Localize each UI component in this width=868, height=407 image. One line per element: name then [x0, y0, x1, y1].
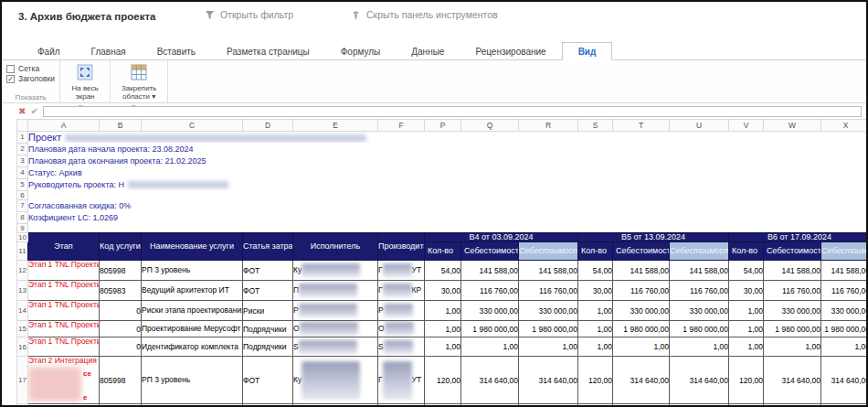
cell-value-12-1[interactable]: 54,00 [425, 261, 461, 281]
cell-value-15-5[interactable]: 1 980 000,00 [613, 321, 670, 337]
cell-code-18[interactable] [100, 404, 142, 405]
table-header-Этап[interactable]: Этап [28, 232, 100, 261]
tab-Формулы[interactable]: Формулы [325, 43, 397, 59]
cell-value-17-9[interactable]: 314 640,00 [821, 357, 867, 404]
cell-value-13-5[interactable]: 116 760,00 [613, 281, 670, 301]
row-header-15[interactable]: 15 [17, 321, 28, 337]
grid-checkbox[interactable] [6, 65, 15, 73]
tab-Главная[interactable]: Главная [76, 43, 142, 59]
column-header-Q[interactable]: Q [461, 120, 519, 132]
cell-cost-item-14[interactable]: Риски [243, 301, 293, 321]
cell-value-13-2[interactable]: 116 760,00 [461, 281, 519, 301]
cell-value-17-7[interactable]: 120,00 [729, 357, 764, 404]
row-header-16[interactable]: 16 [17, 337, 28, 357]
cell-cost-item-18[interactable] [243, 404, 293, 405]
cell-producer-18[interactable] [378, 404, 425, 405]
cell-value-12-5[interactable]: 141 588,00 [613, 261, 670, 281]
row-header-17[interactable]: 17 [17, 357, 28, 404]
row-header-11[interactable]: 11 [17, 242, 28, 261]
cell-info-8[interactable]: Коэфициент LC: 1,0269 [28, 211, 867, 223]
cell-value-14-1[interactable]: 1,00 [425, 301, 461, 321]
sub-header-2-1[interactable]: Кол-во [578, 242, 613, 261]
row-header-13[interactable]: 13 [17, 281, 28, 301]
cell-info-7[interactable]: Согласованная скидка: 0% [28, 199, 867, 211]
cell-service-17[interactable]: РП 3 уровень [142, 357, 243, 404]
cell-service-13[interactable]: Ведущий архитектор ИТ [142, 281, 243, 301]
cell-value-16-4[interactable]: 1,00 [578, 337, 613, 357]
sub-header-3-2[interactable]: Себестоимость, руб. [764, 242, 821, 261]
cell-executor-18[interactable] [293, 404, 378, 405]
row-header-14[interactable]: 14 [17, 301, 28, 321]
cell-value-18-7[interactable] [729, 404, 764, 405]
cell-stage-12[interactable]: Этап 1 TNL Проектирование [28, 261, 100, 281]
cell-cost-item-12[interactable]: ФОТ [243, 261, 293, 281]
sub-header-2-3[interactable]: Себестоимость со скидкой, руб. [670, 242, 729, 261]
cell-service-15[interactable]: Проектирование Мерусофт [142, 321, 243, 337]
cell-value-14-5[interactable]: 330 000,00 [613, 301, 670, 321]
column-header-X[interactable]: X [821, 120, 867, 132]
version-group-header-1[interactable]: В4 от 03.09.2024 [425, 232, 578, 242]
cell-value-15-3[interactable]: 1 980 000,00 [519, 321, 578, 337]
headers-checkbox[interactable]: ✓ [6, 75, 15, 83]
cell-value-16-6[interactable]: 1,00 [670, 337, 729, 357]
column-header-B[interactable]: B [100, 120, 142, 132]
cell-value-12-8[interactable]: 141 588,00 [764, 261, 821, 281]
version-group-header-2[interactable]: В5 от 13.09.2024 [578, 232, 729, 242]
cell-value-14-3[interactable]: 330 000,00 [519, 301, 578, 321]
tab-Рецензирование[interactable]: Рецензирование [460, 43, 561, 59]
sub-header-3-1[interactable]: Кол-во [729, 242, 764, 261]
cell-value-14-8[interactable]: 330 000,00 [764, 301, 821, 321]
cell-value-13-1[interactable]: 30,00 [425, 281, 461, 301]
cell-value-16-1[interactable]: 1,00 [425, 337, 461, 357]
cell-value-15-4[interactable]: 1,00 [578, 321, 613, 337]
row-header-4[interactable]: 4 [17, 166, 28, 178]
cell-value-17-5[interactable]: 314 640,00 [613, 357, 670, 404]
cell-executor-17[interactable]: Ку [293, 357, 378, 404]
cell-cost-item-13[interactable]: ФОТ [243, 281, 293, 301]
cell-value-12-9[interactable]: 141 588,00 [821, 261, 867, 281]
tab-Вид[interactable]: Вид [562, 42, 613, 60]
row-header-12[interactable]: 12 [17, 261, 28, 281]
row-header-6[interactable]: 6 [17, 190, 28, 199]
cell-value-17-6[interactable]: 314 640,00 [670, 357, 729, 404]
cell-value-18-1[interactable] [425, 404, 461, 405]
table-header-Наименование услуги[interactable]: Наименование услуги [142, 232, 243, 261]
cell-stage-16[interactable]: Этап 1 TNL Проектирование [28, 337, 100, 357]
sub-header-3-3[interactable]: Себестоимость со скидкой, руб. [821, 242, 867, 261]
cell-value-12-4[interactable]: 54,00 [578, 261, 613, 281]
cell-value-15-8[interactable]: 1 980 000,00 [764, 321, 821, 337]
cell-info-3[interactable]: Плановая дата окончания проекта: 21.02.2… [28, 155, 867, 166]
cell-value-12-2[interactable]: 141 588,00 [461, 261, 519, 281]
sub-header-2-2[interactable]: Себестоимость, руб. [613, 242, 670, 261]
row-header-10[interactable]: 10 [17, 232, 28, 242]
row-header-5[interactable]: 5 [17, 178, 28, 190]
cell-value-16-9[interactable]: 1,00 [821, 337, 867, 357]
table-header-Производитель[interactable]: Производитель [378, 232, 425, 261]
cell-stage-17[interactable]: Этап 2 Интеграция Системы управления офи… [28, 357, 100, 404]
table-header-Статья затрат[interactable]: Статья затрат [243, 232, 293, 261]
column-header-E[interactable]: E [293, 120, 378, 132]
tab-Файл[interactable]: Файл [22, 43, 76, 59]
tab-Разметка страницы[interactable]: Разметка страницы [211, 43, 325, 59]
cell-value-14-4[interactable]: 1,00 [578, 301, 613, 321]
column-header-V[interactable]: V [729, 120, 764, 132]
select-all-corner[interactable] [17, 120, 28, 132]
cell-value-17-2[interactable]: 314 640,00 [461, 357, 519, 404]
cell-value-13-3[interactable]: 116 760,00 [519, 281, 578, 301]
cell-value-17-4[interactable]: 120,00 [578, 357, 613, 404]
sub-header-1-3[interactable]: Себестоимость со скидкой, руб. [519, 242, 578, 261]
cell-value-12-3[interactable]: 141 588,00 [519, 261, 578, 281]
cell-executor-15[interactable]: О [293, 321, 378, 337]
cell-producer-13[interactable]: ГКР [378, 281, 425, 301]
cell-executor-13[interactable]: П [293, 281, 378, 301]
cell-value-15-1[interactable]: 1,00 [425, 321, 461, 337]
cell-cost-item-16[interactable]: Подрядчики [243, 337, 293, 357]
cell-value-14-7[interactable]: 1,00 [729, 301, 764, 321]
fullscreen-button[interactable]: На весь экран [65, 63, 105, 102]
cell-value-15-7[interactable]: 1,00 [729, 321, 764, 337]
cell-info-6[interactable] [28, 190, 867, 199]
sub-header-1-1[interactable]: Кол-во [425, 242, 461, 261]
table-header-Код услуги[interactable]: Код услуги [100, 232, 142, 261]
cell-stage-15[interactable]: Этап 1 TNL Проектирование [28, 321, 100, 337]
cell-info-5[interactable]: Руководитель проекта: Н [28, 178, 867, 190]
